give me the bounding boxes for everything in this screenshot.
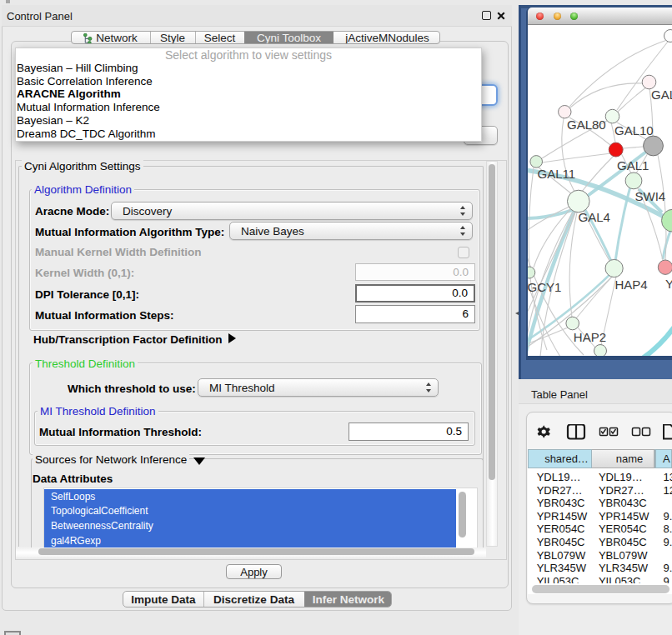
svg-text:GAL11: GAL11 xyxy=(538,167,576,181)
svg-text:GAL80: GAL80 xyxy=(567,118,606,132)
svg-text:GAL4: GAL4 xyxy=(579,210,610,224)
svg-text:GAL10: GAL10 xyxy=(614,123,654,138)
svg-text:GAL1: GAL1 xyxy=(617,158,649,172)
svg-text:SWI4: SWI4 xyxy=(635,189,666,203)
svg-text:HAP2: HAP2 xyxy=(574,330,606,344)
svg-text:GAL3: GAL3 xyxy=(651,88,672,102)
svg-text:HAP4: HAP4 xyxy=(615,278,648,292)
svg-text:GCY1: GCY1 xyxy=(528,280,561,294)
svg-text:YJR048W: YJR048W xyxy=(665,277,672,291)
